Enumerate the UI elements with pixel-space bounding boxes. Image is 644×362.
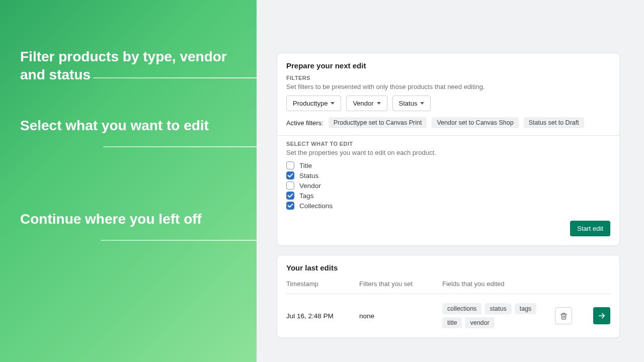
field-chip: status	[485, 303, 511, 314]
checkbox-icon[interactable]	[286, 192, 294, 200]
callout-text: Continue where you left off	[20, 211, 202, 227]
filter-label: Status	[399, 100, 418, 107]
col-fields: Fields that you edited	[442, 280, 550, 288]
divider	[277, 135, 619, 136]
table-header: Timestamp Filters that you set Fields th…	[286, 277, 610, 294]
filter-vendor-button[interactable]: Vendor	[346, 96, 387, 111]
caret-down-icon	[331, 102, 335, 105]
callout-filters: Filter products by type, vendor and stat…	[20, 48, 236, 84]
callout-select: Select what you want to edit	[20, 117, 236, 135]
filter-buttons-row: Producttype Vendor Status	[286, 96, 610, 111]
cell-fields: collectionsstatustagstitlevendor	[442, 303, 550, 328]
last-edits-card: Your last edits Timestamp Filters that y…	[277, 255, 620, 338]
caret-down-icon	[377, 102, 381, 105]
select-heading: SELECT WHAT TO EDIT	[286, 141, 610, 147]
checkbox-icon[interactable]	[286, 202, 294, 210]
marketing-sidebar: Filter products by type, vendor and stat…	[0, 0, 257, 362]
option-label: Status	[299, 172, 318, 179]
trash-icon	[560, 312, 568, 320]
start-edit-button[interactable]: Start edit	[570, 221, 610, 236]
field-chip: vendor	[465, 317, 494, 328]
callout-text: Select what you want to edit	[20, 118, 209, 133]
filter-label: Producttype	[293, 100, 328, 107]
active-filters-row: Active filters: Producttype set to Canva…	[286, 117, 610, 128]
card-title: Prepare your next edit	[286, 61, 610, 70]
checkbox-icon[interactable]	[286, 182, 294, 190]
cell-timestamp: Jul 16, 2:48 PM	[286, 312, 354, 320]
edit-option-title[interactable]: Title	[286, 161, 610, 169]
edit-option-vendor[interactable]: Vendor	[286, 182, 610, 190]
active-filter-chip[interactable]: Status set to Draft	[524, 117, 584, 128]
edit-option-status[interactable]: Status	[286, 171, 610, 179]
option-label: Tags	[299, 192, 314, 200]
resume-edit-button[interactable]	[593, 307, 610, 324]
caret-down-icon	[420, 102, 424, 105]
select-description: Set the properties you want to edit on e…	[286, 149, 610, 156]
checkbox-icon[interactable]	[286, 161, 294, 169]
app-area: Prepare your next edit FILTERS Set filte…	[257, 0, 644, 362]
field-chip: tags	[515, 303, 537, 314]
option-label: Vendor	[299, 182, 321, 190]
table-row: Jul 16, 2:48 PM none collectionsstatusta…	[286, 294, 610, 328]
active-filter-chip[interactable]: Vendor set to Canvas Shop	[432, 117, 518, 128]
arrow-right-icon	[598, 312, 606, 320]
filters-description: Set filters to be presented with only th…	[286, 83, 610, 90]
active-filter-chip[interactable]: Producttype set to Canvas Print	[329, 117, 427, 128]
callout-continue: Continue where you left off	[20, 210, 236, 228]
filter-label: Vendor	[353, 100, 373, 107]
field-chip: title	[442, 317, 462, 328]
active-filters-label: Active filters:	[286, 119, 324, 127]
prepare-card: Prepare your next edit FILTERS Set filte…	[277, 53, 620, 246]
filter-status-button[interactable]: Status	[392, 96, 431, 111]
edit-option-tags[interactable]: Tags	[286, 192, 610, 200]
filters-heading: FILTERS	[286, 75, 610, 81]
option-label: Collections	[299, 202, 333, 210]
edit-option-collections[interactable]: Collections	[286, 202, 610, 210]
filter-producttype-button[interactable]: Producttype	[286, 96, 341, 111]
card-title: Your last edits	[286, 263, 610, 272]
edit-options-list: TitleStatusVendorTagsCollections	[286, 161, 610, 210]
col-timestamp: Timestamp	[286, 280, 354, 288]
field-chip: collections	[442, 303, 481, 314]
option-label: Title	[299, 162, 312, 169]
delete-edit-button[interactable]	[555, 307, 572, 324]
col-filters: Filters that you set	[359, 280, 437, 288]
checkbox-icon[interactable]	[286, 171, 294, 179]
cell-filters: none	[359, 312, 437, 320]
